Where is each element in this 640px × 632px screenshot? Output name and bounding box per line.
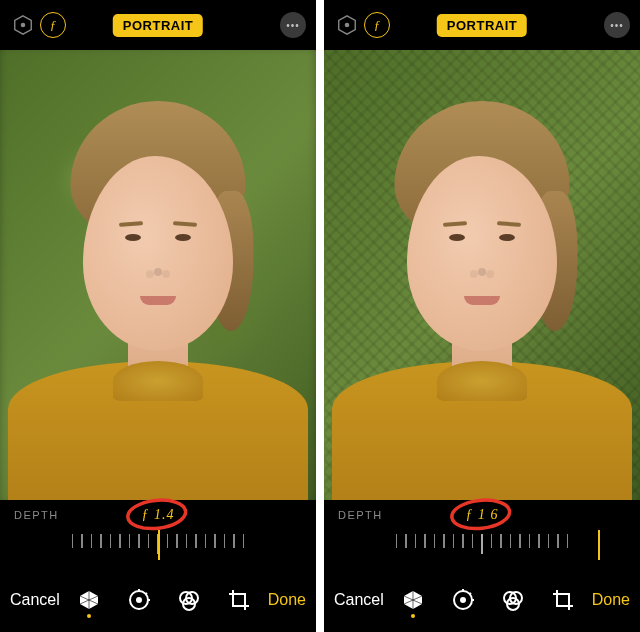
svg-point-1 bbox=[21, 23, 26, 28]
depth-label: DEPTH bbox=[14, 509, 59, 521]
top-bar: ƒ PORTRAIT ••• bbox=[0, 0, 316, 50]
svg-line-6 bbox=[145, 593, 147, 594]
hexagon-lighting-icon[interactable] bbox=[10, 12, 36, 38]
more-icon[interactable]: ••• bbox=[280, 12, 306, 38]
done-button[interactable]: Done bbox=[268, 591, 306, 609]
filters-icon[interactable] bbox=[174, 582, 204, 618]
aperture-value: ƒ 1 6 bbox=[466, 507, 499, 523]
f-aperture-icon[interactable]: ƒ bbox=[364, 12, 390, 38]
depth-readout: DEPTH ƒ 1.4 bbox=[0, 500, 316, 530]
f-aperture-icon[interactable]: ƒ bbox=[40, 12, 66, 38]
cancel-button[interactable]: Cancel bbox=[10, 591, 60, 609]
slider-needle bbox=[598, 530, 600, 560]
cancel-button[interactable]: Cancel bbox=[334, 591, 384, 609]
adjust-dial-icon[interactable] bbox=[448, 582, 478, 618]
slider-needle bbox=[158, 530, 160, 560]
filters-icon[interactable] bbox=[498, 582, 528, 618]
phone-screen-left: ƒ PORTRAIT ••• DEPTH ƒ 1.4 bbox=[0, 0, 316, 632]
mode-badge[interactable]: PORTRAIT bbox=[437, 14, 527, 37]
done-button[interactable]: Done bbox=[592, 591, 630, 609]
svg-point-12 bbox=[345, 23, 350, 28]
photo-subject bbox=[28, 101, 288, 500]
mode-badge[interactable]: PORTRAIT bbox=[113, 14, 203, 37]
depth-slider[interactable] bbox=[0, 530, 316, 574]
depth-label: DEPTH bbox=[338, 509, 383, 521]
photo-preview[interactable] bbox=[0, 50, 316, 500]
photo-subject bbox=[352, 101, 612, 500]
depth-readout: DEPTH ƒ 1 6 bbox=[324, 500, 640, 530]
depth-slider[interactable] bbox=[324, 530, 640, 574]
svg-point-15 bbox=[460, 597, 466, 603]
bottom-toolbar: Cancel Done bbox=[0, 574, 316, 632]
hexagon-lighting-icon[interactable] bbox=[334, 12, 360, 38]
aperture-value: ƒ 1.4 bbox=[142, 507, 175, 523]
phone-screen-right: ƒ PORTRAIT ••• DEPTH ƒ 1 6 bbox=[324, 0, 640, 632]
slider-ticks bbox=[396, 534, 569, 554]
adjust-dial-icon[interactable] bbox=[124, 582, 154, 618]
crop-rotate-icon[interactable] bbox=[224, 582, 254, 618]
photo-preview[interactable] bbox=[324, 50, 640, 500]
more-icon[interactable]: ••• bbox=[604, 12, 630, 38]
active-dot bbox=[411, 614, 415, 618]
portrait-lighting-icon[interactable] bbox=[398, 582, 428, 618]
crop-rotate-icon[interactable] bbox=[548, 582, 578, 618]
portrait-lighting-icon[interactable] bbox=[74, 582, 104, 618]
active-dot bbox=[87, 614, 91, 618]
top-bar: ƒ PORTRAIT ••• bbox=[324, 0, 640, 50]
bottom-toolbar: Cancel Done bbox=[324, 574, 640, 632]
svg-line-17 bbox=[469, 593, 471, 594]
svg-point-4 bbox=[136, 597, 142, 603]
